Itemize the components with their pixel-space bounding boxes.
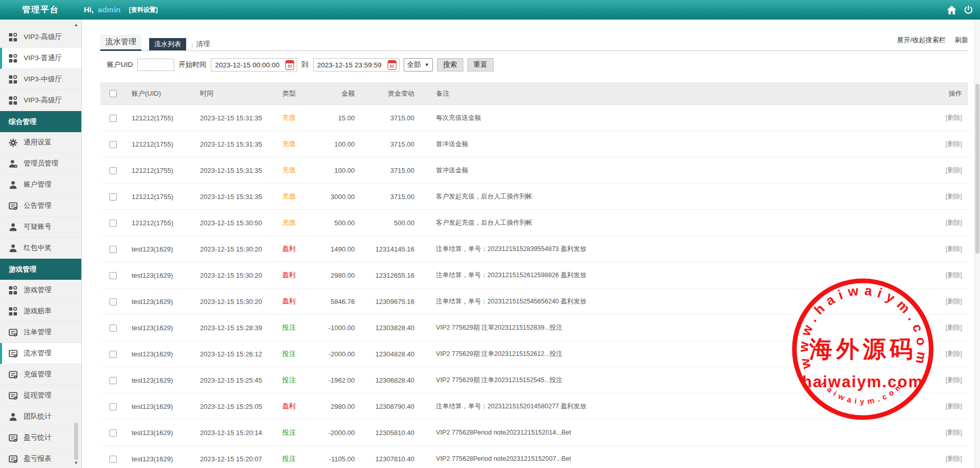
row-checkbox[interactable] (110, 325, 117, 332)
halls-grid-icon (9, 286, 17, 295)
row-checkbox[interactable] (110, 403, 117, 410)
sidebar-item[interactable]: 盈亏报表 (0, 448, 81, 468)
delete-link[interactable]: [删除] (946, 324, 962, 331)
row-checkbox[interactable] (110, 429, 117, 437)
end-time-input[interactable] (316, 61, 385, 69)
sidebar-item[interactable]: 可疑账号 (0, 217, 81, 238)
table-row: 121212(1755) 2023-12-15 15:31:35 充值 3000… (100, 184, 968, 210)
sidebar-item[interactable]: 充值管理 (0, 364, 81, 385)
profile-settings-link[interactable]: [资料设置] (129, 6, 158, 13)
cell-remark: VIP2 775628Period note20231215152007...B… (414, 446, 915, 468)
type-select[interactable]: 全部 ▼ (404, 58, 433, 71)
sidebar-scrollbar-thumb[interactable] (74, 423, 78, 460)
search-button[interactable]: 搜索 (437, 58, 463, 71)
delete-link[interactable]: [删除] (946, 455, 962, 462)
table-row: 121212(1755) 2023-12-15 15:31:35 充值 15.0… (100, 105, 968, 131)
row-checkbox[interactable] (110, 220, 117, 227)
uid-label: 账户UID (107, 60, 133, 69)
delete-link[interactable]: [删除] (946, 298, 962, 305)
sidebar-item[interactable]: 游戏管理 (0, 280, 81, 301)
delete-link[interactable]: [删除] (946, 140, 962, 148)
select-all-checkbox[interactable] (110, 90, 117, 97)
cell-account: test123(1629) (132, 236, 200, 262)
cell-balance-change: 3715.00 (355, 184, 414, 210)
sidebar-item[interactable]: VIP2-高级厅 (0, 27, 81, 48)
power-icon[interactable] (964, 6, 973, 14)
home-icon[interactable] (947, 6, 956, 14)
row-checkbox[interactable] (110, 272, 117, 279)
delete-link[interactable]: [删除] (946, 114, 962, 121)
row-checkbox[interactable] (110, 141, 117, 148)
sidebar-item[interactable]: VIP3-普通厅 (0, 48, 81, 69)
uid-input[interactable] (137, 59, 174, 71)
table-row: test123(1629) 2023-12-15 15:30:20 盈利 584… (100, 289, 968, 315)
delete-link[interactable]: [删除] (946, 193, 962, 200)
row-checkbox[interactable] (110, 193, 117, 201)
sidebar-item[interactable]: 管理员管理 (0, 153, 81, 174)
sidebar-item-label: 红包中奖 (24, 243, 51, 253)
tab-clean[interactable]: 清理 (196, 40, 210, 49)
scroll-down-icon[interactable]: ▼ (72, 460, 80, 465)
delete-link[interactable]: [删除] (946, 376, 962, 384)
table-row: 121212(1755) 2023-12-15 15:31:35 充值 100.… (100, 157, 968, 184)
sidebar-item-label: 管理员管理 (24, 159, 59, 168)
start-time-input[interactable] (214, 61, 283, 69)
sidebar-item[interactable]: 游戏赔率 (0, 301, 81, 322)
row-checkbox[interactable] (110, 298, 117, 305)
calendar-icon[interactable]: 31 (388, 60, 396, 70)
module-tab-flow-management[interactable]: 流水管理 (100, 34, 141, 51)
row-checkbox[interactable] (110, 167, 117, 174)
cell-account: 121212(1755) (132, 210, 200, 236)
flow-table: 账户(UID) 时间 类型 金额 资金变动 备注 操作 121212(1755)… (100, 82, 968, 468)
page-scrollbar-thumb[interactable] (975, 84, 979, 254)
sidebar-item-label: 账户管理 (24, 180, 51, 189)
document-icon (9, 349, 17, 358)
sidebar-item[interactable]: VIP3-高级厅 (0, 90, 81, 111)
table-row: test123(1629) 2023-12-15 15:26:12 投注 -20… (100, 341, 968, 367)
sidebar-item[interactable]: 提现管理 (0, 385, 81, 406)
scroll-up-icon[interactable]: ▲ (72, 22, 80, 27)
tab-bar: 流水管理 流水列表 | 清理 (100, 34, 968, 51)
row-checkbox[interactable] (110, 115, 117, 122)
calendar-icon[interactable]: 31 (285, 60, 294, 70)
delete-link[interactable]: [删除] (946, 403, 962, 410)
row-checkbox[interactable] (110, 377, 117, 384)
row-checkbox[interactable] (110, 456, 117, 463)
sidebar-item[interactable]: 团队统计 (0, 406, 81, 427)
row-checkbox[interactable] (110, 351, 117, 358)
cell-account: test123(1629) (132, 367, 200, 393)
delete-link[interactable]: [删除] (946, 167, 962, 174)
refresh-link[interactable]: 刷新 (955, 35, 968, 45)
cell-account: 121212(1755) (132, 131, 200, 157)
main-content: 展开/收起搜索栏 刷新 流水管理 流水列表 | 清理 账户UID 开始时间 31… (82, 20, 975, 468)
delete-link[interactable]: [删除] (946, 245, 962, 253)
delete-link[interactable]: [删除] (946, 350, 962, 357)
page-scrollbar[interactable] (974, 20, 980, 468)
sidebar-item[interactable]: 注单管理 (0, 322, 81, 343)
toggle-search-link[interactable]: 展开/收起搜索栏 (897, 35, 946, 45)
sidebar-item[interactable]: 盈亏统计 (0, 427, 81, 448)
cell-time: 2023-12-15 15:20:07 (200, 446, 282, 468)
tab-flow-list[interactable]: 流水列表 (149, 38, 186, 50)
cell-balance-change: 500.00 (355, 210, 414, 236)
document-icon (9, 370, 17, 379)
delete-link[interactable]: [删除] (946, 429, 962, 436)
cell-amount: -2000.00 (321, 420, 355, 446)
delete-link[interactable]: [删除] (946, 272, 962, 279)
type-badge: 盈利 (282, 271, 296, 279)
user-greeting: Hi, admin [资料设置] (84, 0, 158, 20)
sidebar-item[interactable]: 账户管理 (0, 174, 81, 195)
row-checkbox[interactable] (110, 246, 117, 253)
sidebar-item[interactable]: VIP3-中级厅 (0, 69, 81, 90)
reset-button[interactable]: 重置 (467, 58, 494, 71)
cell-account: test123(1629) (132, 262, 200, 289)
sidebar-item[interactable]: 红包中奖 (0, 238, 81, 259)
sidebar-scrollbar[interactable]: ▲ ▼ (72, 21, 80, 467)
cell-amount: -1000.00 (321, 315, 355, 341)
col-remark: 备注 (414, 82, 915, 105)
sidebar-item[interactable]: 公告管理 (0, 195, 81, 217)
table-row: test123(1629) 2023-12-15 15:30:20 盈利 298… (100, 262, 968, 289)
delete-link[interactable]: [删除] (946, 219, 962, 226)
sidebar-item[interactable]: 流水管理 (0, 343, 81, 364)
sidebar-item[interactable]: 通用设置 (0, 132, 81, 153)
